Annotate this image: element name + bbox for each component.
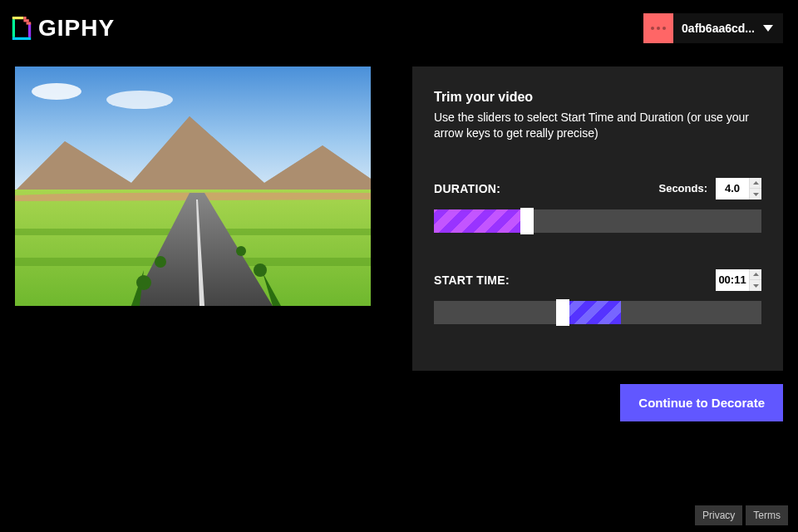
start-time-field: START TIME: — [434, 269, 761, 324]
privacy-link[interactable]: Privacy — [695, 505, 742, 525]
duration-slider-handle[interactable] — [520, 208, 534, 234]
duration-field: DURATION: Seconds: — [434, 178, 761, 233]
duration-label: DURATION: — [434, 182, 500, 195]
svg-rect-0 — [12, 19, 15, 37]
duration-unit-label: Seconds: — [658, 182, 707, 195]
panel-description: Use the sliders to select Start Time and… — [434, 110, 761, 141]
terms-link[interactable]: Terms — [746, 505, 788, 525]
duration-slider-fill — [434, 209, 520, 233]
start-time-value[interactable] — [716, 273, 749, 286]
user-menu[interactable]: 0afb6aa6cd... — [643, 13, 783, 43]
duration-slider[interactable] — [434, 209, 761, 233]
start-time-slider-fill — [569, 301, 621, 324]
continue-button[interactable]: Continue to Decorate — [620, 384, 783, 421]
start-time-step-up[interactable] — [750, 269, 761, 281]
panel-title: Trim your video — [434, 90, 761, 105]
svg-marker-19 — [753, 193, 759, 196]
svg-rect-5 — [23, 19, 28, 22]
svg-rect-4 — [23, 17, 26, 19]
start-time-slider-handle[interactable] — [556, 299, 569, 326]
svg-point-17 — [136, 275, 151, 290]
footer: Privacy Terms — [695, 505, 788, 525]
main-content: Trim your video Use the sliders to selec… — [0, 57, 798, 371]
user-label: 0afb6aa6cd... — [673, 22, 763, 35]
start-time-label: START TIME: — [434, 273, 510, 287]
trim-panel: Trim your video Use the sliders to selec… — [412, 66, 783, 371]
logo[interactable]: GIPHY — [12, 15, 115, 42]
svg-point-9 — [32, 83, 81, 100]
user-avatar — [643, 13, 673, 43]
svg-point-10 — [106, 91, 173, 109]
giphy-logo-icon — [12, 17, 32, 40]
svg-marker-7 — [763, 25, 773, 32]
svg-marker-21 — [753, 284, 759, 288]
svg-marker-18 — [753, 181, 759, 185]
chevron-down-icon — [763, 25, 783, 32]
duration-value[interactable] — [716, 182, 749, 195]
start-time-step-down[interactable] — [750, 280, 761, 291]
svg-point-15 — [236, 246, 246, 256]
start-time-slider[interactable] — [434, 301, 761, 324]
svg-rect-3 — [12, 17, 24, 19]
svg-rect-2 — [12, 37, 31, 40]
duration-step-down[interactable] — [750, 189, 761, 200]
svg-rect-6 — [27, 22, 32, 24]
svg-marker-20 — [753, 273, 759, 276]
svg-point-14 — [155, 256, 166, 268]
logo-text: GIPHY — [38, 15, 115, 42]
duration-step-up[interactable] — [750, 178, 761, 190]
app-header: GIPHY 0afb6aa6cd... — [0, 0, 798, 57]
svg-point-16 — [254, 264, 267, 277]
cta-row: Continue to Decorate — [0, 371, 798, 421]
duration-input[interactable] — [716, 178, 761, 200]
video-preview[interactable] — [15, 66, 371, 306]
svg-rect-1 — [28, 23, 31, 37]
start-time-input[interactable] — [716, 269, 761, 291]
